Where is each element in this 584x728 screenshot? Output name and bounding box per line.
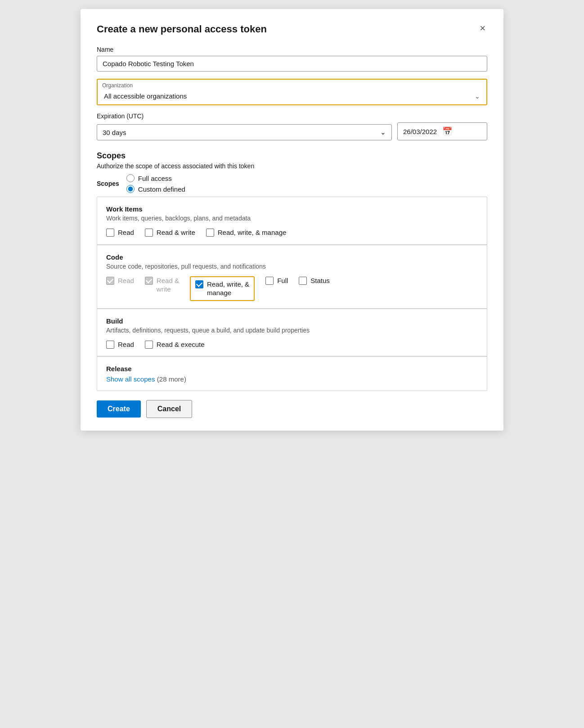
code-description: Source code, repositories, pull requests… xyxy=(106,263,478,270)
expiration-select[interactable]: 30 days ⌄ xyxy=(97,124,392,140)
work-items-name: Work Items xyxy=(106,205,478,213)
code-name: Code xyxy=(106,253,478,261)
organization-field-group: Organization All accessible organization… xyxy=(97,79,487,105)
scopes-title: Scopes xyxy=(97,151,487,161)
custom-defined-label: Custom defined xyxy=(138,185,185,193)
scopes-label: Scopes xyxy=(97,180,119,187)
code-read-write-label-text: Read &write xyxy=(157,276,179,294)
name-label: Name xyxy=(97,46,487,53)
expiration-chevron-icon: ⌄ xyxy=(380,128,386,136)
create-button[interactable]: Create xyxy=(97,400,141,418)
code-full-label[interactable]: Full xyxy=(265,276,288,285)
code-read-write-manage-label[interactable]: Read, write, &manage xyxy=(190,276,255,301)
code-read-write-label[interactable]: Read &write xyxy=(145,276,179,294)
code-read-write-manage-label-text: Read, write, &manage xyxy=(207,280,249,297)
create-token-modal: Create a new personal access token × Nam… xyxy=(81,9,503,431)
name-input[interactable] xyxy=(97,56,487,72)
show-all-scopes-link[interactable]: Show all scopes xyxy=(106,375,155,383)
more-count: (28 more) xyxy=(157,375,186,383)
organization-select-wrapper: All accessible organizations ⌄ xyxy=(102,90,482,102)
code-read-write-checkbox[interactable] xyxy=(145,277,153,285)
expiration-days-value: 30 days xyxy=(103,129,126,136)
scopes-radios-row: Scopes Full access Custom defined xyxy=(97,174,487,193)
build-read-execute-label[interactable]: Read & execute xyxy=(145,340,205,349)
work-items-read-write-label[interactable]: Read & write xyxy=(145,228,195,237)
release-scope: Release Show all scopes (28 more) xyxy=(97,357,487,391)
footer-buttons: Create Cancel xyxy=(97,400,487,418)
code-status-label[interactable]: Status xyxy=(299,276,330,285)
expiration-date[interactable]: 26/03/2022 📅 xyxy=(397,122,487,140)
scopes-list: Work Items Work items, queries, backlogs… xyxy=(97,197,487,391)
build-read-label[interactable]: Read xyxy=(106,340,134,349)
expiration-date-value: 26/03/2022 xyxy=(403,128,437,135)
scopes-description: Authorize the scope of access associated… xyxy=(97,162,487,170)
release-name: Release xyxy=(106,365,478,373)
scopes-radio-group: Full access Custom defined xyxy=(126,174,185,193)
work-items-read-checkbox[interactable] xyxy=(106,229,114,237)
code-full-label-text: Full xyxy=(277,276,288,285)
custom-defined-radio[interactable] xyxy=(126,185,135,193)
modal-title: Create a new personal access token xyxy=(97,23,267,35)
code-read-checkbox[interactable] xyxy=(106,277,114,285)
expiration-field-group: Expiration (UTC) 30 days ⌄ 26/03/2022 📅 xyxy=(97,112,487,140)
name-field-group: Name xyxy=(97,46,487,72)
code-status-checkbox[interactable] xyxy=(299,277,307,285)
modal-header: Create a new personal access token × xyxy=(97,23,487,35)
code-status-label-text: Status xyxy=(310,276,330,285)
build-read-execute-checkbox[interactable] xyxy=(145,341,153,349)
code-read-label-text: Read xyxy=(118,276,134,285)
work-items-read-label[interactable]: Read xyxy=(106,228,134,237)
work-items-description: Work items, queries, backlogs, plans, an… xyxy=(106,215,478,222)
full-access-radio[interactable] xyxy=(126,174,135,182)
build-checkboxes: Read Read & execute xyxy=(106,340,478,349)
close-button[interactable]: × xyxy=(478,23,487,33)
work-items-read-write-manage-label[interactable]: Read, write, & manage xyxy=(206,228,287,237)
build-read-checkbox[interactable] xyxy=(106,341,114,349)
build-read-label-text: Read xyxy=(118,340,134,349)
full-access-label: Full access xyxy=(138,175,172,182)
expiration-row: 30 days ⌄ 26/03/2022 📅 xyxy=(97,122,487,140)
build-name: Build xyxy=(106,317,478,325)
code-full-checkbox[interactable] xyxy=(265,277,274,285)
work-items-read-write-checkbox[interactable] xyxy=(145,229,153,237)
work-items-read-write-manage-label-text: Read, write, & manage xyxy=(218,228,287,237)
scopes-section: Scopes Authorize the scope of access ass… xyxy=(97,151,487,193)
code-read-label[interactable]: Read xyxy=(106,276,134,285)
code-scope: Code Source code, repositories, pull req… xyxy=(97,245,487,309)
build-description: Artifacts, definitions, requests, queue … xyxy=(106,327,478,334)
expiration-label: Expiration (UTC) xyxy=(97,112,487,120)
work-items-scope: Work Items Work items, queries, backlogs… xyxy=(97,197,487,245)
build-scope: Build Artifacts, definitions, requests, … xyxy=(97,309,487,357)
work-items-read-write-label-text: Read & write xyxy=(157,228,195,237)
cancel-button[interactable]: Cancel xyxy=(146,400,192,418)
work-items-read-label-text: Read xyxy=(118,228,134,237)
organization-select[interactable]: All accessible organizations xyxy=(102,90,482,102)
organization-label: Organization xyxy=(102,82,482,89)
organization-wrapper: Organization All accessible organization… xyxy=(97,79,487,105)
build-read-execute-label-text: Read & execute xyxy=(157,340,205,349)
work-items-checkboxes: Read Read & write Read, write, & manage xyxy=(106,228,478,237)
code-checkboxes: Read Read &write Read, write, &manage Fu… xyxy=(106,276,478,301)
full-access-radio-label[interactable]: Full access xyxy=(126,174,185,182)
code-read-write-manage-checkbox[interactable] xyxy=(195,280,203,288)
calendar-icon: 📅 xyxy=(442,126,452,136)
work-items-read-write-manage-checkbox[interactable] xyxy=(206,229,214,237)
custom-defined-radio-label[interactable]: Custom defined xyxy=(126,185,185,193)
